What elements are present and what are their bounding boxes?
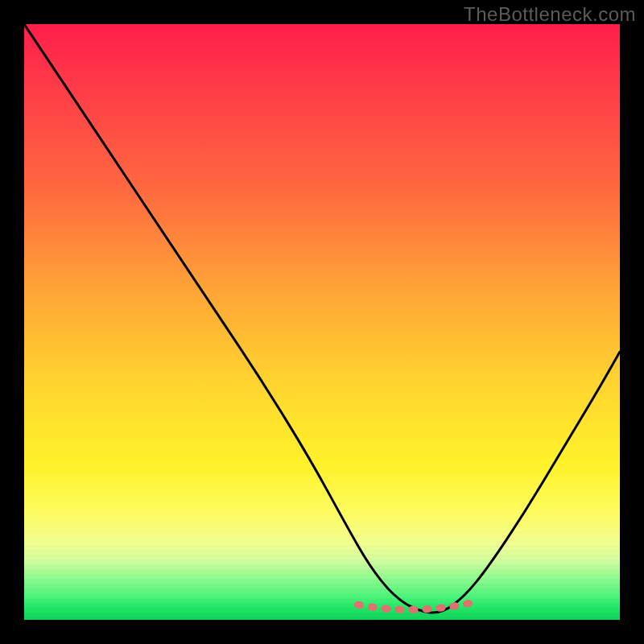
plot-area xyxy=(24,24,620,620)
watermark-text: TheBottleneck.com xyxy=(464,3,636,26)
chart-frame: TheBottleneck.com xyxy=(0,0,644,644)
bottleneck-curve xyxy=(24,24,620,613)
curve-layer xyxy=(24,24,620,620)
optimal-range-marker xyxy=(357,601,477,609)
